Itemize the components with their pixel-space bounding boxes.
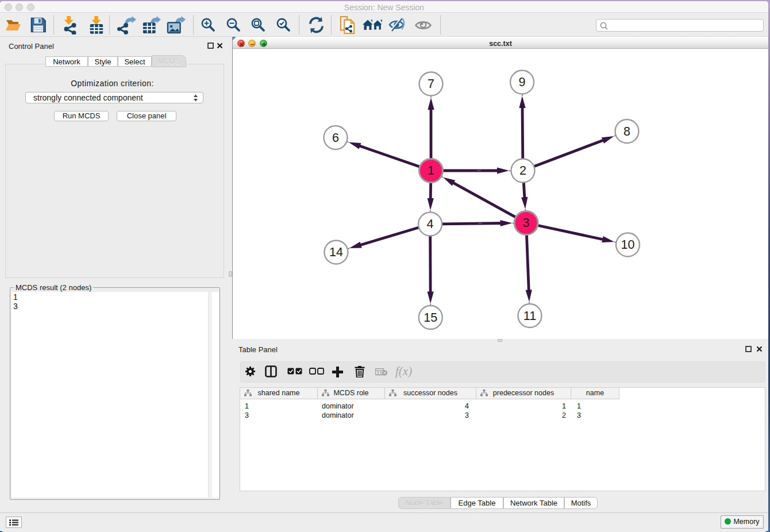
svg-text:3: 3 — [523, 216, 530, 230]
svg-text:1: 1 — [428, 164, 434, 178]
svg-text:9: 9 — [519, 75, 526, 89]
svg-text:15: 15 — [424, 311, 437, 325]
svg-text:7: 7 — [428, 77, 434, 91]
svg-text:14: 14 — [329, 245, 343, 259]
svg-text:10: 10 — [621, 238, 635, 252]
svg-text:6: 6 — [332, 131, 339, 145]
svg-text:4: 4 — [427, 217, 434, 231]
svg-text:11: 11 — [523, 309, 536, 323]
svg-text:2: 2 — [519, 164, 526, 178]
svg-text:8: 8 — [623, 125, 630, 138]
